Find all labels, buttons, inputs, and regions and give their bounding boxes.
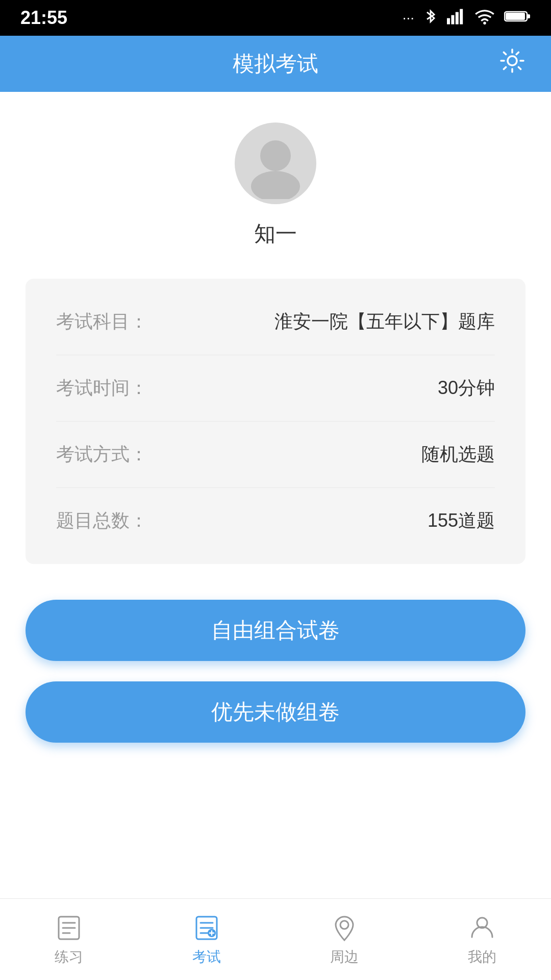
exam-label: 考试 (192, 947, 221, 967)
svg-rect-2 (456, 12, 459, 24)
svg-point-8 (508, 56, 517, 65)
svg-point-22 (340, 921, 348, 929)
wifi-icon (474, 8, 495, 28)
exam-count-value: 155道题 (428, 508, 495, 533)
svg-point-4 (483, 21, 486, 24)
svg-rect-0 (447, 18, 450, 24)
settings-button[interactable] (499, 47, 525, 80)
nav-bar: 模拟考试 (0, 36, 551, 92)
bottom-nav: 练习 考试 周边 我的 (0, 898, 551, 980)
svg-rect-6 (506, 13, 525, 20)
status-icons: ··· (403, 7, 531, 29)
svg-rect-7 (527, 14, 530, 18)
svg-rect-1 (451, 15, 454, 24)
avatar-svg (240, 128, 311, 199)
nav-item-nearby[interactable]: 周边 (330, 913, 359, 967)
exam-count-label: 题目总数： (56, 508, 148, 533)
exam-mode-value: 随机选题 (421, 442, 495, 467)
signal-icon (447, 8, 465, 28)
status-bar: 21:55 ··· (0, 0, 551, 36)
exam-duration-value: 30分钟 (438, 376, 495, 401)
exam-subject-value: 淮安一院【五年以下】题库 (274, 309, 495, 334)
battery-icon (504, 9, 531, 27)
nav-item-practice[interactable]: 练习 (55, 913, 83, 967)
nearby-icon (330, 913, 359, 941)
exam-subject-row: 考试科目： 淮安一院【五年以下】题库 (56, 289, 495, 355)
priority-undone-button[interactable]: 优先未做组卷 (26, 681, 525, 743)
main-content: 知一 考试科目： 淮安一院【五年以下】题库 考试时间： 30分钟 考试方式： 随… (0, 92, 551, 763)
svg-point-10 (251, 171, 300, 199)
mine-icon (468, 913, 496, 941)
exam-mode-label: 考试方式： (56, 442, 148, 467)
mine-label: 我的 (468, 947, 496, 967)
nav-item-exam[interactable]: 考试 (192, 913, 221, 967)
exam-duration-label: 考试时间： (56, 376, 148, 401)
username: 知一 (254, 219, 297, 248)
practice-label: 练习 (55, 947, 83, 967)
exam-subject-label: 考试科目： (56, 309, 148, 334)
svg-point-9 (260, 140, 291, 171)
exam-icon (192, 913, 221, 941)
exam-info-card: 考试科目： 淮安一院【五年以下】题库 考试时间： 30分钟 考试方式： 随机选题… (26, 279, 525, 564)
exam-mode-row: 考试方式： 随机选题 (56, 422, 495, 488)
exam-duration-row: 考试时间： 30分钟 (56, 355, 495, 422)
status-time: 21:55 (20, 7, 67, 29)
free-compose-button[interactable]: 自由组合试卷 (26, 600, 525, 661)
exam-count-row: 题目总数： 155道题 (56, 488, 495, 554)
bluetooth-icon (423, 7, 438, 29)
practice-icon (55, 913, 83, 941)
more-icon: ··· (403, 10, 414, 26)
svg-rect-3 (460, 9, 463, 24)
nav-item-mine[interactable]: 我的 (468, 913, 496, 967)
page-title: 模拟考试 (233, 50, 318, 78)
avatar (235, 122, 316, 204)
nearby-label: 周边 (330, 947, 359, 967)
